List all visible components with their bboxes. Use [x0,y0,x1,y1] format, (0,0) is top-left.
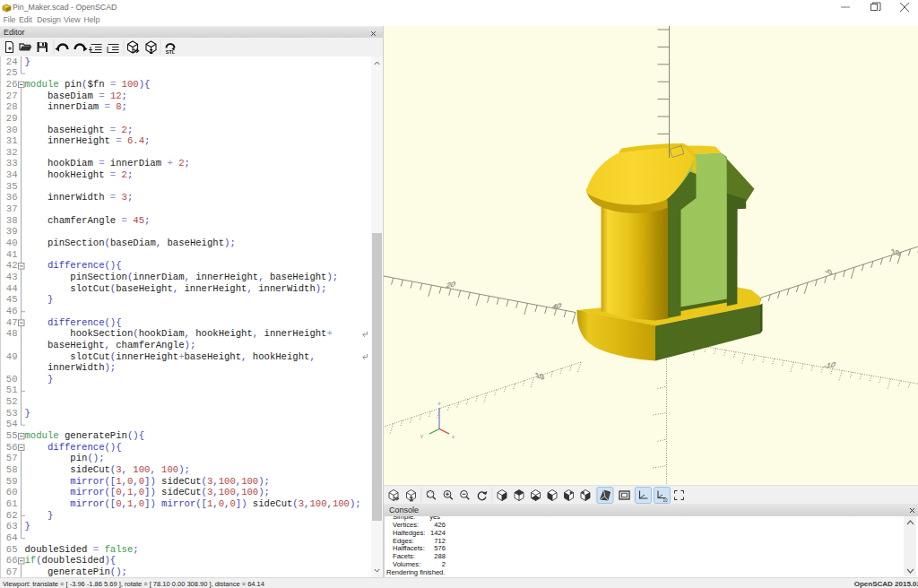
svg-text:10: 10 [663,498,669,503]
svg-text:x: x [452,434,455,439]
svg-text:y: y [420,433,423,438]
svg-text:z: z [438,401,441,406]
svg-text:STL: STL [166,49,176,55]
